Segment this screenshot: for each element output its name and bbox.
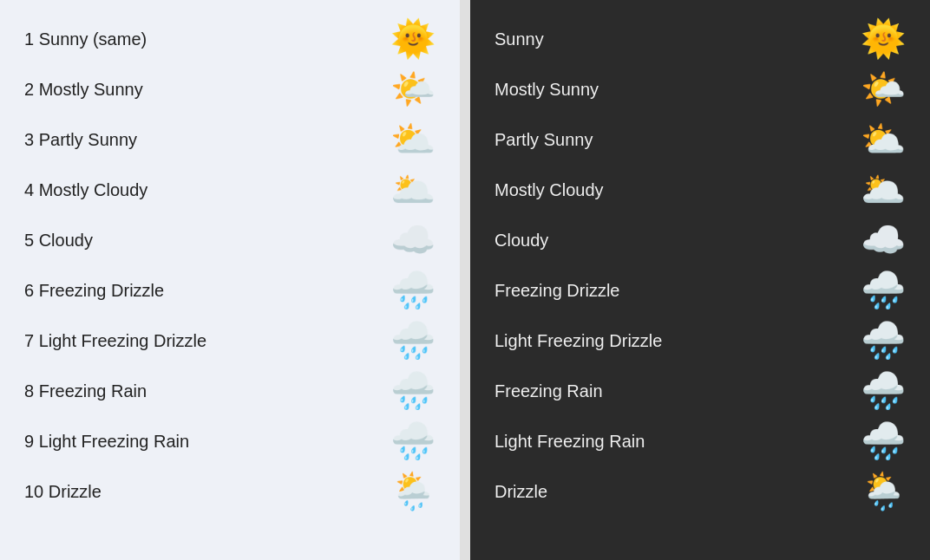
light-weather-icon: ⛅ <box>390 121 436 158</box>
dark-weather-icon: 🌦️ <box>861 473 906 510</box>
light-weather-label: 3 Partly Sunny <box>24 130 137 150</box>
dark-weather-icon: 🌧️ <box>861 373 906 409</box>
light-weather-row: 6 Freezing Drizzle🌧️ <box>21 265 439 316</box>
light-weather-label: 7 Light Freezing Drizzle <box>24 331 206 351</box>
light-weather-label: 1 Sunny (same) <box>24 29 147 49</box>
light-weather-label: 8 Freezing Rain <box>24 381 147 401</box>
dark-weather-icon: ⛅ <box>861 121 906 158</box>
dark-panel: Sunny🌞Mostly Sunny🌤️Partly Sunny⛅Mostly … <box>470 0 930 560</box>
dark-weather-label: Cloudy <box>494 231 548 251</box>
dark-weather-icon: 🌧️ <box>861 423 906 459</box>
light-weather-icon: 🌞 <box>390 21 436 57</box>
dark-weather-row: Mostly Cloudy🌥️ <box>491 165 909 215</box>
dark-weather-label: Drizzle <box>494 482 547 502</box>
dark-weather-label: Light Freezing Rain <box>494 432 645 452</box>
light-weather-icon: 🌧️ <box>390 423 436 459</box>
light-weather-label: 10 Drizzle <box>24 482 102 502</box>
dark-weather-label: Mostly Cloudy <box>494 180 604 200</box>
dark-weather-label: Freezing Rain <box>494 381 603 401</box>
light-weather-label: 4 Mostly Cloudy <box>24 180 147 200</box>
light-panel: 1 Sunny (same)🌞2 Mostly Sunny🌤️3 Partly … <box>0 0 460 560</box>
light-weather-row: 3 Partly Sunny⛅ <box>21 114 439 165</box>
dark-weather-icon: 🌞 <box>861 21 906 57</box>
light-weather-label: 5 Cloudy <box>24 231 93 251</box>
dark-weather-row: Light Freezing Drizzle🌧️ <box>491 316 909 366</box>
light-weather-row: 2 Mostly Sunny🌤️ <box>21 64 439 114</box>
light-weather-icon: 🌤️ <box>390 71 436 107</box>
dark-weather-icon: 🌧️ <box>861 272 906 309</box>
light-weather-label: 6 Freezing Drizzle <box>24 281 164 301</box>
dark-weather-row: Light Freezing Rain🌧️ <box>491 416 909 466</box>
light-weather-icon: ☁️ <box>390 222 436 258</box>
dark-weather-row: Cloudy☁️ <box>491 215 909 265</box>
dark-weather-label: Mostly Sunny <box>494 80 599 100</box>
light-weather-label: 2 Mostly Sunny <box>24 80 143 100</box>
dark-weather-icon: ☁️ <box>861 222 906 258</box>
light-weather-row: 1 Sunny (same)🌞 <box>21 14 439 64</box>
dark-weather-row: Partly Sunny⛅ <box>491 114 909 165</box>
light-weather-row: 9 Light Freezing Rain🌧️ <box>21 416 439 466</box>
light-weather-row: 8 Freezing Rain🌧️ <box>21 366 439 416</box>
dark-weather-row: Sunny🌞 <box>491 14 909 64</box>
light-weather-icon: 🌧️ <box>390 373 436 409</box>
dark-weather-row: Freezing Drizzle🌧️ <box>491 265 909 316</box>
dark-weather-row: Drizzle🌦️ <box>491 466 909 517</box>
dark-weather-label: Sunny <box>494 29 544 49</box>
dark-weather-icon: 🌤️ <box>861 71 906 107</box>
light-weather-icon: 🌦️ <box>390 473 436 510</box>
panel-divider <box>460 0 470 560</box>
dark-weather-row: Mostly Sunny🌤️ <box>491 64 909 114</box>
light-weather-row: 5 Cloudy☁️ <box>21 215 439 265</box>
dark-weather-icon: 🌥️ <box>861 172 906 208</box>
light-weather-icon: 🌥️ <box>390 172 436 208</box>
dark-weather-row: Freezing Rain🌧️ <box>491 366 909 416</box>
dark-weather-label: Freezing Drizzle <box>494 281 619 301</box>
dark-weather-label: Partly Sunny <box>494 130 593 150</box>
light-weather-icon: 🌧️ <box>390 272 436 309</box>
dark-weather-icon: 🌧️ <box>861 322 906 359</box>
light-weather-row: 4 Mostly Cloudy🌥️ <box>21 165 439 215</box>
light-weather-row: 7 Light Freezing Drizzle🌧️ <box>21 316 439 366</box>
dark-weather-label: Light Freezing Drizzle <box>494 331 662 351</box>
light-weather-label: 9 Light Freezing Rain <box>24 432 189 452</box>
light-weather-icon: 🌧️ <box>390 322 436 359</box>
light-weather-row: 10 Drizzle🌦️ <box>21 466 439 517</box>
